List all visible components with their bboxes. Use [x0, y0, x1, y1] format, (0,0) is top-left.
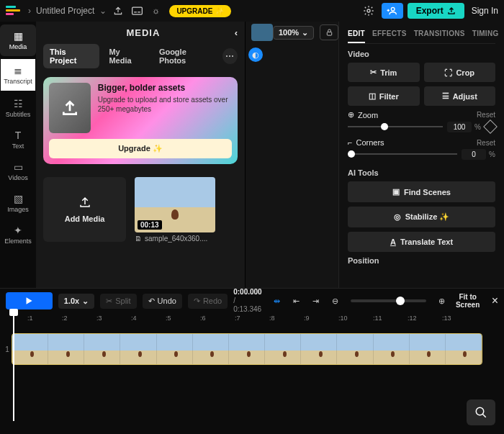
- app-logo[interactable]: [6, 6, 20, 17]
- signin-link[interactable]: Sign In: [472, 6, 498, 16]
- time-total: / 0:13.346: [233, 297, 264, 314]
- tab-edit[interactable]: EDIT: [348, 26, 365, 43]
- search-button[interactable]: [467, 399, 495, 425]
- time-current: 0:00.000: [233, 288, 264, 297]
- ruler-tick: :5: [166, 315, 171, 322]
- tool-subtitles-label: Subtitles: [6, 111, 31, 118]
- export-button[interactable]: Export: [408, 3, 464, 19]
- next-frame-icon[interactable]: ⇥: [309, 294, 323, 308]
- zoom-value[interactable]: 100: [447, 122, 472, 132]
- media-panel: MEDIA ‹ This Project My Media Google Pho…: [36, 22, 245, 288]
- split-button[interactable]: ✂Split: [100, 294, 136, 309]
- playhead[interactable]: [13, 313, 14, 421]
- theme-icon[interactable]: ☼: [149, 4, 162, 17]
- clip-filename: sample_640x360....: [145, 235, 207, 243]
- images-icon: ▧: [14, 193, 23, 204]
- zoom-in-icon[interactable]: ⊕: [435, 294, 449, 308]
- project-menu-chevron-icon[interactable]: ⌄: [99, 6, 107, 16]
- clip-thumbnail[interactable]: 00:13: [135, 177, 215, 232]
- corners-slider[interactable]: [348, 148, 457, 160]
- adjust-icon: ☰: [442, 91, 449, 101]
- media-more-icon[interactable]: ⋯: [222, 48, 238, 64]
- timeline-ruler[interactable]: :1:2:3:4:5:6:7:8:9:10:11:12:13: [13, 313, 504, 326]
- find-scenes-label: Find Scenes: [404, 188, 451, 196]
- tool-text[interactable]: TText: [0, 124, 36, 155]
- clip-duration: 00:13: [138, 220, 162, 230]
- tool-elements[interactable]: ✦Elements: [0, 219, 36, 250]
- timeline-clip[interactable]: [12, 333, 482, 365]
- share-icon[interactable]: [112, 4, 125, 17]
- snap-icon[interactable]: ⇹: [270, 294, 284, 308]
- svg-rect-0: [132, 7, 143, 14]
- search-icon: [474, 406, 487, 419]
- settings-icon[interactable]: [363, 5, 374, 17]
- invite-button[interactable]: [382, 3, 403, 19]
- trim-label: Trim: [380, 68, 397, 77]
- close-icon[interactable]: ×: [492, 294, 498, 307]
- zoom-unit: %: [474, 123, 481, 131]
- section-position: Position: [348, 256, 495, 265]
- timeline-zoom-slider[interactable]: [351, 299, 426, 302]
- reset-corners[interactable]: Reset: [477, 139, 495, 147]
- corners-unit: %: [489, 150, 495, 158]
- project-name[interactable]: Untitled Project: [36, 6, 94, 16]
- reset-zoom[interactable]: Reset: [477, 111, 495, 119]
- tool-transcript[interactable]: ≣Transcript: [1, 59, 35, 91]
- zoom-slider[interactable]: [348, 121, 443, 132]
- crop-button[interactable]: ⛶Crop: [424, 63, 496, 82]
- media-clip[interactable]: 00:13 🗎sample_640x360....: [135, 177, 215, 243]
- corners-value[interactable]: 0: [462, 149, 486, 160]
- timeline-track: 1: [3, 333, 504, 365]
- tool-transcript-label: Transcript: [4, 78, 32, 85]
- tool-videos[interactable]: ▭Videos: [0, 155, 36, 187]
- tool-images[interactable]: ▧Images: [0, 187, 36, 219]
- tool-videos-label: Videos: [8, 174, 27, 181]
- preview-thumb[interactable]: [251, 24, 273, 41]
- section-ai-tools: AI Tools: [348, 168, 495, 177]
- keyframe-toggle-icon[interactable]: [483, 119, 498, 134]
- crop-icon: ⛶: [444, 68, 452, 77]
- top-bar: › Untitled Project ⌄ ☼ UPGRADE✨ Export S…: [0, 0, 504, 22]
- play-button[interactable]: [6, 292, 53, 309]
- lock-icon[interactable]: [320, 24, 338, 40]
- zoom-out-icon[interactable]: ⊖: [328, 294, 342, 308]
- caption-setting-icon[interactable]: [130, 4, 143, 17]
- filter-button[interactable]: ◫Filter: [348, 86, 420, 106]
- undo-button[interactable]: ↶Undo: [143, 294, 182, 309]
- add-media-button[interactable]: Add Media: [43, 177, 126, 242]
- redo-button[interactable]: ↷Redo: [188, 294, 228, 309]
- adjust-label: Adjust: [453, 92, 477, 101]
- tool-media[interactable]: ▦Media: [0, 24, 36, 56]
- preview-zoom-dropdown[interactable]: 100%⌄: [273, 26, 314, 40]
- preview-zoom-value: 100%: [279, 28, 299, 37]
- tab-transitions[interactable]: TRANSITIONS: [414, 26, 465, 43]
- tool-subtitles[interactable]: ☷Subtitles: [0, 92, 36, 124]
- tab-this-project[interactable]: This Project: [43, 44, 99, 68]
- upgrade-button[interactable]: UPGRADE✨: [169, 5, 231, 17]
- find-scenes-button[interactable]: ▣Find Scenes: [348, 181, 495, 202]
- track-number: 1: [3, 345, 12, 353]
- promo-body: Upgrade to upload and store assets over …: [98, 95, 232, 114]
- upgrade-promo: Bigger, bolder assets Upgrade to upload …: [43, 77, 238, 164]
- text-icon: T: [15, 130, 22, 141]
- tab-google-photos[interactable]: Google Photos: [153, 44, 220, 68]
- translate-button[interactable]: ATranslate Text: [348, 232, 495, 252]
- tool-media-label: Media: [9, 43, 27, 50]
- tab-effects[interactable]: EFFECTS: [372, 26, 407, 43]
- ruler-tick: :10: [338, 315, 348, 322]
- prev-frame-icon[interactable]: ⇤: [289, 294, 303, 308]
- promo-upgrade-button[interactable]: Upgrade ✨: [49, 139, 232, 158]
- svg-point-4: [476, 407, 484, 415]
- tab-timing[interactable]: TIMING: [472, 26, 499, 43]
- trim-button[interactable]: ✂Trim: [348, 63, 420, 82]
- fit-to-screen-button[interactable]: Fit to Screen: [454, 293, 482, 309]
- playback-speed[interactable]: 1.0x⌄: [58, 294, 94, 309]
- tool-rail: ▦Media ≣Transcript ☷Subtitles TText ▭Vid…: [0, 22, 36, 288]
- layer-badge-icon[interactable]: ◐: [248, 48, 263, 62]
- tool-elements-label: Elements: [4, 238, 32, 245]
- adjust-button[interactable]: ☰Adjust: [424, 86, 496, 106]
- collapse-panel-icon[interactable]: ‹: [235, 27, 238, 38]
- properties-panel: EDIT EFFECTS TRANSITIONS TIMING Video ✂T…: [338, 22, 504, 288]
- tab-my-media[interactable]: My Media: [102, 44, 149, 68]
- stabilize-button[interactable]: ◎Stabilize ✨: [348, 207, 495, 227]
